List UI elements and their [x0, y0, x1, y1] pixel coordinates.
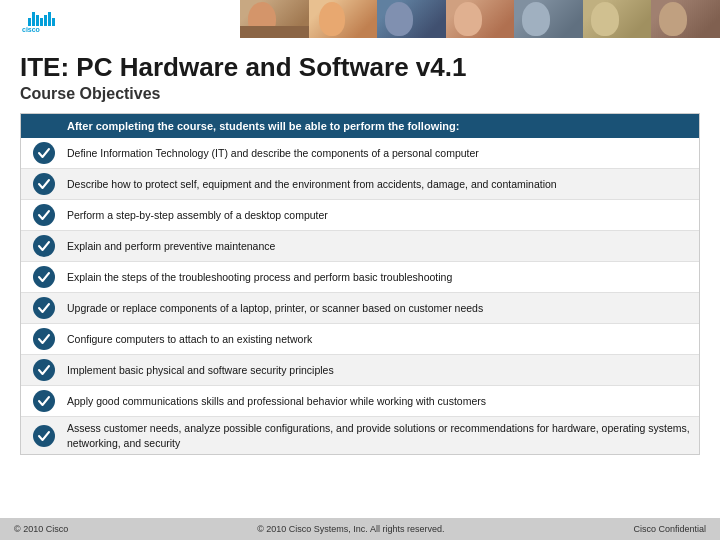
svg-rect-4 [32, 12, 35, 26]
main-content: ITE: PC Hardware and Software v4.1 Cours… [0, 38, 720, 516]
svg-rect-0 [40, 18, 43, 26]
checkmark-icon [37, 208, 51, 222]
checkmark-icon [37, 301, 51, 315]
check-icon-wrap [21, 200, 67, 230]
check-icon-wrap [21, 169, 67, 199]
photo-strip [240, 0, 720, 38]
footer: © 2010 Cisco © 2010 Cisco Systems, Inc. … [0, 518, 720, 540]
check-icon-wrap [21, 355, 67, 385]
footer-right: Cisco Confidential [633, 524, 706, 534]
objective-text: Explain the steps of the troubleshooting… [67, 266, 699, 288]
check-circle [33, 297, 55, 319]
photo-2 [309, 0, 378, 38]
svg-rect-1 [44, 15, 47, 26]
svg-rect-3 [48, 12, 51, 26]
svg-rect-5 [52, 18, 55, 26]
checkmark-icon [37, 146, 51, 160]
check-circle [33, 204, 55, 226]
objective-row: Explain the steps of the troubleshooting… [21, 262, 699, 293]
check-circle [33, 425, 55, 447]
svg-rect-6 [28, 18, 31, 26]
footer-left: © 2010 Cisco [14, 524, 68, 534]
objective-row: Perform a step-by-step assembly of a des… [21, 200, 699, 231]
objective-row: Explain and perform preventive maintenan… [21, 231, 699, 262]
objective-text: Upgrade or replace components of a lapto… [67, 297, 699, 319]
photo-6 [583, 0, 652, 38]
check-circle [33, 142, 55, 164]
objective-row: Define Information Technology (IT) and d… [21, 138, 699, 169]
check-icon-wrap [21, 386, 67, 416]
check-circle [33, 235, 55, 257]
objective-row: Implement basic physical and software se… [21, 355, 699, 386]
check-icon-wrap [21, 138, 67, 168]
check-circle [33, 390, 55, 412]
check-circle [33, 266, 55, 288]
objective-text: Configure computers to attach to an exis… [67, 328, 699, 350]
objective-text: Define Information Technology (IT) and d… [67, 142, 699, 164]
checkmark-icon [37, 239, 51, 253]
checkmark-icon [37, 394, 51, 408]
photo-5 [514, 0, 583, 38]
objective-text: Perform a step-by-step assembly of a des… [67, 204, 699, 226]
photo-4 [446, 0, 515, 38]
objectives-list: Define Information Technology (IT) and d… [21, 138, 699, 453]
check-icon-wrap [21, 262, 67, 292]
objective-text: Assess customer needs, analyze possible … [67, 417, 699, 453]
check-circle [33, 359, 55, 381]
checkmark-icon [37, 332, 51, 346]
checkmark-icon [37, 177, 51, 191]
checkmark-icon [37, 270, 51, 284]
svg-rect-2 [36, 15, 39, 26]
check-icon-wrap [21, 231, 67, 261]
objective-text: Implement basic physical and software se… [67, 359, 699, 381]
objective-text: Explain and perform preventive maintenan… [67, 235, 699, 257]
check-circle [33, 173, 55, 195]
objectives-header: After completing the course, students wi… [21, 114, 699, 138]
check-circle [33, 328, 55, 350]
objective-row: Assess customer needs, analyze possible … [21, 417, 699, 453]
page-subtitle: Course Objectives [20, 85, 700, 103]
checkmark-icon [37, 363, 51, 377]
footer-center: © 2010 Cisco Systems, Inc. All rights re… [257, 524, 444, 534]
svg-text:cisco: cisco [22, 26, 40, 32]
photo-3 [377, 0, 446, 38]
photo-7 [651, 0, 720, 38]
objective-row: Describe how to protect self, equipment … [21, 169, 699, 200]
checkmark-icon [37, 429, 51, 443]
check-icon-wrap [21, 421, 67, 451]
cisco-logo: cisco [20, 6, 66, 32]
check-icon-wrap [21, 324, 67, 354]
objective-row: Upgrade or replace components of a lapto… [21, 293, 699, 324]
objectives-container: After completing the course, students wi… [20, 113, 700, 455]
photo-1 [240, 0, 309, 38]
objective-text: Apply good communications skills and pro… [67, 390, 699, 412]
objective-row: Apply good communications skills and pro… [21, 386, 699, 417]
check-icon-wrap [21, 293, 67, 323]
page-title: ITE: PC Hardware and Software v4.1 [20, 52, 700, 83]
objective-text: Describe how to protect self, equipment … [67, 173, 699, 195]
objective-row: Configure computers to attach to an exis… [21, 324, 699, 355]
